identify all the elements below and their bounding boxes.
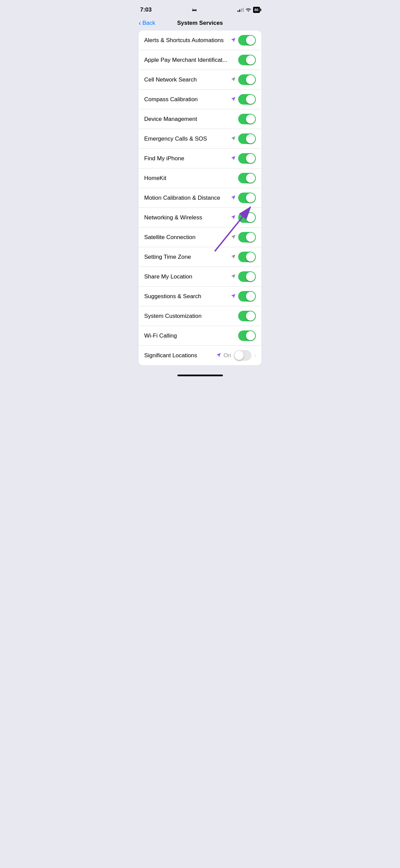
settings-row[interactable]: Device Management — [139, 109, 261, 129]
toggle-switch[interactable] — [238, 193, 256, 203]
content-area: Alerts & Shortcuts Automations Apple Pay… — [133, 31, 267, 365]
toggle-switch[interactable] — [238, 271, 256, 282]
row-label: Find My iPhone — [144, 155, 184, 162]
row-label: Compass Calibration — [144, 96, 198, 103]
toggle-switch[interactable] — [238, 153, 256, 164]
settings-row[interactable]: Compass Calibration — [139, 90, 261, 109]
location-arrow-icon — [231, 77, 235, 83]
back-chevron-icon: ‹ — [139, 19, 141, 27]
row-value: On — [224, 352, 231, 359]
settings-row[interactable]: Suggestions & Search — [139, 287, 261, 306]
settings-row[interactable]: Apple Pay Merchant Identificat... — [139, 50, 261, 70]
location-arrow-icon — [231, 38, 235, 43]
chevron-right-icon: › — [254, 353, 256, 358]
settings-row[interactable]: Motion Calibration & Distance — [139, 188, 261, 208]
row-label: Cell Network Search — [144, 76, 197, 83]
toggle-switch[interactable] — [238, 173, 256, 183]
toggle-switch[interactable] — [238, 311, 256, 321]
settings-row[interactable]: Find My iPhone — [139, 149, 261, 168]
back-label: Back — [142, 20, 155, 26]
row-label: Wi-Fi Calling — [144, 332, 177, 339]
home-bar — [177, 375, 223, 376]
row-label: Apple Pay Merchant Identificat... — [144, 57, 227, 64]
location-arrow-icon — [231, 254, 235, 260]
row-label: Emergency Calls & SOS — [144, 135, 207, 142]
location-arrow-icon — [231, 97, 235, 102]
settings-row[interactable]: Cell Network Search — [139, 70, 261, 90]
settings-row[interactable]: Setting Time Zone — [139, 247, 261, 267]
row-label: Share My Location — [144, 273, 192, 280]
toggle-switch[interactable] — [238, 94, 256, 105]
location-arrow-icon — [231, 136, 235, 142]
toggle-switch[interactable] — [238, 212, 256, 223]
toggle-switch[interactable] — [234, 350, 251, 361]
settings-row[interactable]: Alerts & Shortcuts Automations — [139, 31, 261, 50]
settings-row[interactable]: Share My Location — [139, 267, 261, 287]
nav-bar: ‹ Back System Services — [133, 17, 267, 31]
location-arrow-icon — [231, 195, 235, 201]
toggle-switch[interactable] — [238, 55, 256, 65]
row-label: Alerts & Shortcuts Automations — [144, 37, 224, 44]
status-icons: 80 — [237, 7, 260, 13]
row-label: Significant Locations — [144, 352, 197, 359]
toggle-switch[interactable] — [238, 291, 256, 302]
settings-group: Alerts & Shortcuts Automations Apple Pay… — [139, 31, 261, 365]
location-arrow-icon — [216, 353, 221, 358]
row-label: System Customization — [144, 313, 202, 320]
settings-row[interactable]: Wi-Fi Calling — [139, 326, 261, 346]
settings-row[interactable]: System Customization — [139, 306, 261, 326]
battery-icon: 80 — [253, 7, 260, 13]
page-title: System Services — [177, 20, 223, 26]
toggle-switch[interactable] — [238, 74, 256, 85]
location-arrow-icon — [231, 235, 235, 240]
back-button[interactable]: ‹ Back — [139, 19, 155, 27]
row-label: Suggestions & Search — [144, 293, 201, 300]
settings-row[interactable]: Networking & Wireless — [139, 208, 261, 228]
location-arrow-icon — [231, 294, 235, 299]
location-arrow-icon — [231, 156, 235, 161]
row-label: Setting Time Zone — [144, 254, 191, 260]
home-indicator — [133, 372, 267, 378]
signal-bars-icon — [237, 8, 244, 12]
toggle-switch[interactable] — [238, 114, 256, 124]
settings-row[interactable]: Satellite Connection — [139, 228, 261, 247]
toggle-switch[interactable] — [238, 133, 256, 144]
row-label: Device Management — [144, 116, 197, 123]
settings-row[interactable]: Emergency Calls & SOS — [139, 129, 261, 149]
toggle-switch[interactable] — [238, 252, 256, 262]
row-label: Motion Calibration & Distance — [144, 195, 220, 201]
toggle-switch[interactable] — [238, 330, 256, 341]
toggle-switch[interactable] — [238, 35, 256, 46]
settings-row[interactable]: Significant Locations On› — [139, 346, 261, 365]
location-arrow-icon — [231, 274, 235, 279]
row-label: HomeKit — [144, 175, 166, 182]
location-arrow-icon — [231, 215, 235, 220]
wifi-icon — [246, 7, 251, 13]
row-label: Networking & Wireless — [144, 214, 202, 221]
toggle-switch[interactable] — [238, 232, 256, 242]
sleep-icon: 🛏 — [192, 7, 197, 13]
status-bar: 7:03 🛏 80 — [133, 0, 267, 17]
status-time: 7:03 — [140, 6, 152, 13]
row-label: Satellite Connection — [144, 234, 195, 241]
settings-row[interactable]: HomeKit — [139, 168, 261, 188]
